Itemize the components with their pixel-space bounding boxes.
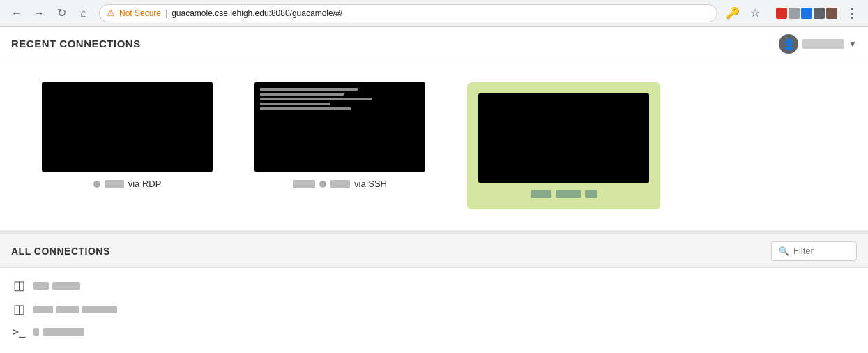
screen-thumbnail-active <box>478 93 649 183</box>
list-blur-1a <box>33 282 49 290</box>
url-separator: | <box>165 8 167 18</box>
ext-icon-gray[interactable] <box>789 8 800 19</box>
screen-thumbnail-ssh <box>254 82 425 172</box>
list-label-3 <box>33 328 84 336</box>
connection-list: ◫ ◫ >_ <box>0 268 868 348</box>
ssh-line-4 <box>260 103 330 105</box>
label-blur-active-1 <box>531 190 551 198</box>
bookmark-icon[interactable]: ☆ <box>745 3 765 23</box>
list-blur-1b <box>52 282 80 290</box>
list-item[interactable]: >_ <box>0 321 868 343</box>
nav-buttons: ← → ↻ ⌂ <box>7 3 93 23</box>
ssh-line-1 <box>260 88 358 91</box>
label-dot-ssh <box>319 181 326 188</box>
address-bar[interactable]: ⚠ Not Secure | guacamole.cse.lehigh.edu:… <box>99 4 717 22</box>
label-blur-ssh-2 <box>330 180 350 188</box>
user-icon: 👤 <box>783 38 795 50</box>
desktop-icon-2: ◫ <box>11 301 26 317</box>
page-title: RECENT CONNECTIONS <box>11 38 141 50</box>
list-blur-2a <box>33 306 53 313</box>
label-via-ssh: via SSH <box>354 179 387 189</box>
list-label-2 <box>33 306 117 313</box>
list-blur-3b <box>43 328 84 336</box>
all-connections-header: ALL CONNECTIONS 🔍 <box>0 234 868 268</box>
forward-button[interactable]: → <box>29 3 49 23</box>
terminal-icon: >_ <box>11 325 26 338</box>
list-blur-2c <box>82 306 117 313</box>
recent-connections-section: via RDP via SSH <box>0 61 868 234</box>
connection-card-active[interactable] <box>467 82 660 209</box>
label-blur-ssh-1 <box>293 180 315 188</box>
ssh-line-5 <box>260 107 351 110</box>
ext-icon-blue[interactable] <box>801 8 812 19</box>
label-blur-rdp-1 <box>105 180 124 188</box>
screen-thumbnail-rdp <box>42 82 213 172</box>
list-blur-2b <box>56 306 79 313</box>
ssh-line-2 <box>260 93 344 96</box>
back-button[interactable]: ← <box>7 3 26 23</box>
list-item[interactable]: ◫ <box>0 273 868 297</box>
list-label-1 <box>33 282 80 290</box>
filter-icon: 🔍 <box>779 246 789 256</box>
extension-icons <box>776 8 837 19</box>
ext-icon-darkgray[interactable] <box>814 8 825 19</box>
all-connections-title: ALL CONNECTIONS <box>11 246 110 257</box>
user-avatar[interactable]: 👤 <box>779 34 798 54</box>
filter-area[interactable]: 🔍 <box>771 241 857 261</box>
connection-label-rdp: via RDP <box>93 179 162 189</box>
user-name <box>802 39 844 49</box>
browser-menu-button[interactable]: ⋮ <box>843 6 861 21</box>
browser-chrome: ← → ↻ ⌂ ⚠ Not Secure | guacamole.cse.leh… <box>0 0 868 27</box>
desktop-icon-1: ◫ <box>11 278 26 293</box>
label-blur-active-3 <box>585 190 597 198</box>
reload-button[interactable]: ↻ <box>52 3 71 23</box>
app-header: RECENT CONNECTIONS 👤 ▼ <box>0 27 868 61</box>
connection-card-ssh[interactable]: via SSH <box>254 82 425 189</box>
ext-icon-red[interactable] <box>776 8 787 19</box>
not-secure-label: Not Secure <box>119 8 161 18</box>
ssh-line-3 <box>260 98 372 100</box>
url-text: guacamole.cse.lehigh.edu:8080/guacamole/… <box>172 8 342 18</box>
connection-label-ssh: via SSH <box>293 179 387 189</box>
list-blur-3a <box>33 328 39 336</box>
list-item[interactable]: ◫ <box>0 297 868 321</box>
user-area: 👤 ▼ <box>779 34 857 54</box>
key-icon[interactable]: 🔑 <box>723 3 743 23</box>
ext-icon-brown[interactable] <box>826 8 837 19</box>
label-via-rdp: via RDP <box>128 179 162 189</box>
ssh-text-lines <box>260 88 372 110</box>
browser-actions: 🔑 ☆ <box>723 3 765 23</box>
user-dropdown-arrow[interactable]: ▼ <box>848 39 857 49</box>
connection-label-active <box>531 190 597 198</box>
home-button[interactable]: ⌂ <box>74 3 93 23</box>
label-blur-active-2 <box>556 190 581 198</box>
filter-input[interactable] <box>793 246 849 256</box>
warning-icon: ⚠ <box>107 8 115 18</box>
label-dot-rdp <box>93 181 100 188</box>
connection-card-rdp[interactable]: via RDP <box>42 82 213 189</box>
